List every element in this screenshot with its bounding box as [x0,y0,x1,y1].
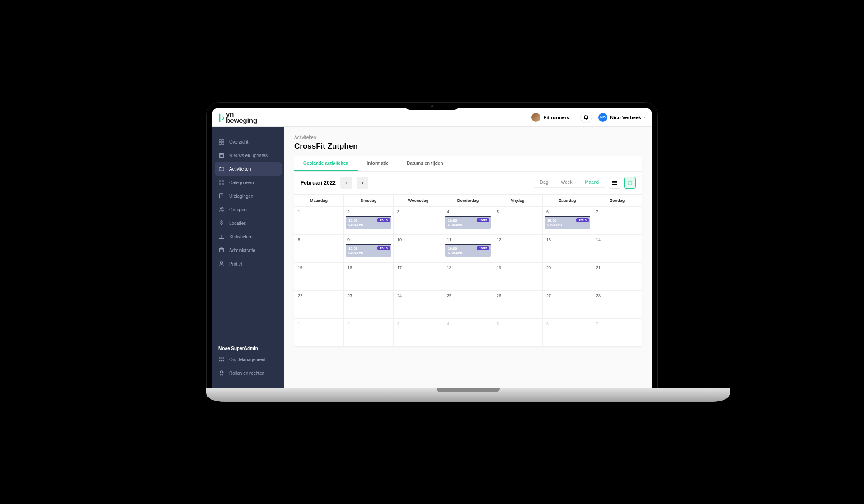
next-month-button[interactable]: › [357,177,368,189]
sidebar-item-org-management[interactable]: Org. Management [212,353,284,366]
laptop-notch [405,103,459,110]
calendar-day-cell[interactable]: 2 [344,319,394,347]
calendar-day-cell[interactable]: 20 [543,263,592,291]
calendar-day-cell[interactable]: 8 [294,235,344,263]
calendar-day-cell[interactable]: 22 [294,291,344,319]
tab-informatie[interactable]: Informatie [358,156,398,171]
tab-datums-en-tijden[interactable]: Datums en tijden [398,156,452,171]
sidebar-item-uitdagingen[interactable]: Uitdagingen [212,189,284,203]
calendar-day-cell[interactable]: 4 [443,319,493,347]
weekday-header: Maandag [294,195,344,207]
sidebar-item-label: Overzicht [229,140,248,145]
day-number: 7 [594,321,640,327]
prev-month-button[interactable]: ‹ [340,177,352,189]
calendar-day-cell[interactable]: 16 [344,263,394,291]
calendar-day-cell[interactable]: 26 [493,291,543,319]
calendar-day-cell[interactable]: 19 [493,263,543,291]
calendar-day-cell[interactable]: 13 [543,235,592,263]
chevron-down-icon: ▾ [644,115,646,119]
calendar-day-cell[interactable]: 5 [493,319,543,347]
calendar-event[interactable]: 10:00CrossFit15/15 [545,216,590,229]
day-number: 5 [495,209,540,215]
calendar-day-cell[interactable]: 10 [394,235,443,263]
list-view-button[interactable] [609,177,620,189]
flag-icon [218,193,225,199]
day-number: 3 [395,209,441,215]
sidebar-item-rollen-en-rechten[interactable]: Rollen en rechten [212,366,284,380]
sidebar-superadmin-title: Move SuperAdmin [212,342,284,353]
calendar-event[interactable]: 10:00CrossFit15/15 [346,216,391,229]
calendar-day-cell[interactable]: 6 [543,319,592,347]
chevron-down-icon: ▾ [572,115,574,119]
calendar-day-cell[interactable]: 1110:00CrossFit15/15 [443,235,493,263]
calendar-day-cell[interactable]: 210:00CrossFit15/15 [344,207,394,235]
calendar-event[interactable]: 10:00CrossFit15/15 [346,244,391,257]
calendar-day-cell[interactable]: 12 [493,235,543,263]
sidebar-item-nieuws-en-updates[interactable]: Nieuws en updates [212,149,284,162]
view-tab-week[interactable]: Week [554,178,578,187]
calendar-day-cell[interactable]: 410:00CrossFit15/15 [443,207,493,235]
sidebar-item-statistieken[interactable]: Statistieken [212,230,284,243]
weekday-header: Zondag [592,195,642,207]
day-number: 6 [545,209,590,215]
camera-icon [431,105,433,107]
calendar-day-cell[interactable]: 910:00CrossFit15/15 [344,235,394,263]
user-menu[interactable]: NG Nico Verbeek ▾ [598,113,646,122]
logo[interactable]: ‖› yn beweging [218,111,257,123]
sidebar-item-profiel[interactable]: Profiel [212,257,284,271]
sidebar-item-categorie-n[interactable]: Categorieën [212,176,284,189]
event-title: CrossFit [547,223,587,227]
sidebar-item-label: Profiel [229,261,242,266]
day-number: 18 [445,265,491,271]
sidebar-item-locaties[interactable]: Locaties [212,216,284,230]
page-title: CrossFit Zutphen [294,142,642,151]
calendar-day-cell[interactable]: 5 [493,207,543,235]
org-name-label: Fit runners [543,115,569,120]
calendar-day-cell[interactable]: 17 [394,263,443,291]
weekday-header: Zaterdag [543,195,592,207]
calendar-day-cell[interactable]: 3 [394,207,443,235]
calendar-event[interactable]: 10:00CrossFit15/15 [445,216,491,229]
day-number: 4 [445,321,491,327]
calendar-event[interactable]: 10:00CrossFit15/15 [445,244,491,257]
main-content: Activiteiten CrossFit Zutphen Geplande a… [284,127,652,388]
calendar-view-button[interactable] [624,177,636,189]
calendar-day-cell[interactable]: 15 [294,263,344,291]
org-avatar [531,113,540,122]
calendar-day-cell[interactable]: 3 [394,319,443,347]
view-tab-dag[interactable]: Dag [534,178,554,187]
calendar-day-cell[interactable]: 1 [294,207,344,235]
calendar-day-cell[interactable]: 25 [443,291,493,319]
day-number: 17 [395,265,441,271]
day-number: 4 [445,209,491,215]
tab-geplande-activiteiten[interactable]: Geplande activiteiten [294,156,358,171]
view-tab-maand[interactable]: Maand [578,178,605,187]
day-number: 8 [296,237,342,243]
calendar-day-cell[interactable]: 28 [592,291,642,319]
calendar-day-cell[interactable]: 24 [394,291,443,319]
sidebar-item-administratie[interactable]: Administratie [212,243,284,257]
list-icon [611,180,618,186]
day-number: 26 [495,293,540,299]
day-number: 1 [296,209,342,215]
calendar-day-cell[interactable]: 610:00CrossFit15/15 [543,207,592,235]
calendar-day-cell[interactable]: 21 [592,263,642,291]
sidebar-item-overzicht[interactable]: Overzicht [212,135,284,149]
calendar-day-cell[interactable]: 7 [592,207,642,235]
news-icon [218,152,225,159]
calendar-day-cell[interactable]: 23 [344,291,394,319]
orgs-icon [218,356,225,363]
calendar-day-cell[interactable]: 18 [443,263,493,291]
org-selector[interactable]: Fit runners ▾ [531,113,573,122]
notifications-button[interactable] [580,112,592,123]
day-number: 15 [296,265,342,271]
day-number: 28 [594,293,640,299]
day-number: 11 [445,237,491,243]
dashboard-icon [218,139,225,145]
calendar-day-cell[interactable]: 7 [592,319,642,347]
calendar-day-cell[interactable]: 14 [592,235,642,263]
calendar-day-cell[interactable]: 27 [543,291,592,319]
sidebar-item-activiteiten[interactable]: Activiteiten [215,162,282,176]
sidebar-item-groepen[interactable]: Groepen [212,203,284,216]
calendar-day-cell[interactable]: 1 [294,319,344,347]
